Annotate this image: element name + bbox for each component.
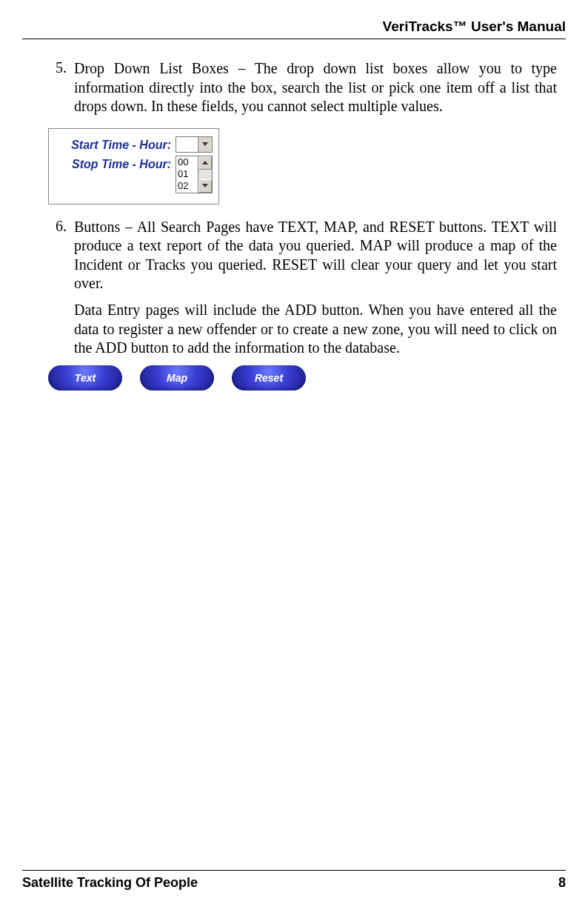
scroll-down-button[interactable]	[198, 179, 212, 193]
stop-time-options[interactable]: 00 01 02	[176, 156, 198, 193]
chevron-down-icon	[202, 142, 208, 146]
stop-time-label: Stop Time - Hour:	[56, 156, 171, 171]
chevron-down-icon	[202, 184, 208, 187]
stop-time-row: Stop Time - Hour: 00 01 02	[56, 156, 213, 193]
page-footer: Satellite Tracking Of People 8	[22, 875, 566, 891]
start-time-label: Start Time - Hour:	[56, 136, 171, 152]
map-button[interactable]: Map	[140, 365, 214, 390]
start-time-row: Start Time - Hour:	[56, 136, 213, 153]
page-header: VeriTracks™ User's Manual	[22, 19, 566, 35]
scroll-up-button[interactable]	[198, 156, 212, 170]
header-rule	[22, 39, 566, 39]
footer-rule	[22, 870, 566, 871]
list-option[interactable]: 01	[176, 168, 198, 180]
list-option[interactable]: 02	[176, 180, 198, 192]
content-area: 5. Drop Down List Boxes – The drop down …	[41, 59, 557, 395]
stop-time-scrollbar[interactable]	[198, 156, 212, 193]
paragraph: Data Entry pages will include the ADD bu…	[74, 301, 557, 358]
list-item-5: 5. Drop Down List Boxes – The drop down …	[41, 59, 557, 213]
footer-page-number: 8	[558, 875, 566, 891]
text-button[interactable]: Text	[48, 365, 122, 390]
start-time-input[interactable]	[176, 137, 198, 152]
document-page: VeriTracks™ User's Manual 5. Drop Down L…	[0, 0, 588, 904]
button-row-screenshot: Text Map Reset	[48, 365, 557, 390]
stop-time-listbox[interactable]: 00 01 02	[176, 156, 213, 193]
list-option[interactable]: 00	[176, 156, 198, 168]
scroll-track[interactable]	[198, 170, 212, 179]
paragraph: Buttons – All Search Pages have TEXT, MA…	[74, 218, 557, 293]
dropdown-screenshot: Start Time - Hour: Stop Time - Hour:	[48, 128, 219, 205]
paragraph: Drop Down List Boxes – The drop down lis…	[74, 59, 557, 116]
footer-left: Satellite Tracking Of People	[22, 875, 198, 891]
list-item-6: 6. Buttons – All Search Pages have TEXT,…	[41, 218, 557, 390]
start-time-dropdown-button[interactable]	[198, 137, 212, 152]
chevron-up-icon	[202, 161, 208, 164]
start-time-combo[interactable]	[176, 136, 213, 153]
reset-button[interactable]: Reset	[232, 365, 306, 390]
